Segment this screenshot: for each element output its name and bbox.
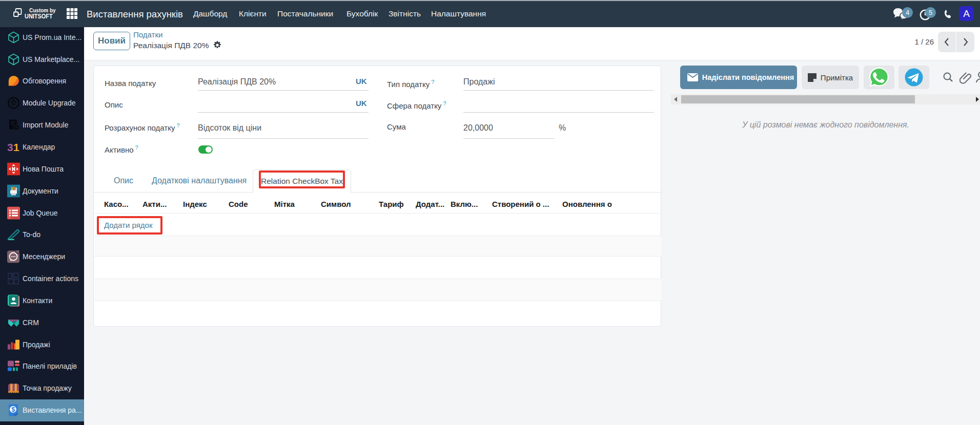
- svg-text:3: 3: [7, 141, 13, 153]
- svg-text:$: $: [11, 406, 15, 413]
- svg-text:1: 1: [13, 141, 19, 153]
